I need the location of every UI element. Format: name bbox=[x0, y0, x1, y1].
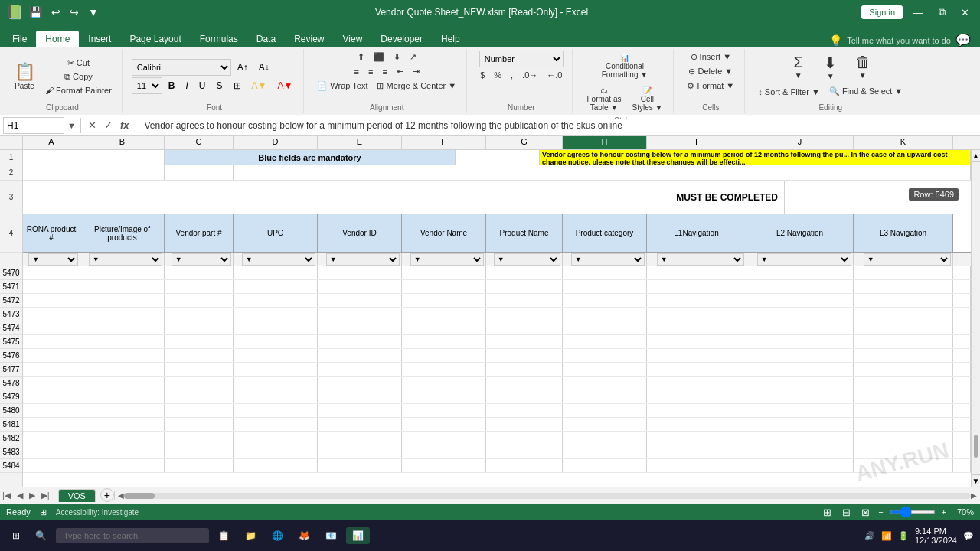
grid-cell[interactable] bbox=[234, 445, 318, 458]
header-l1nav[interactable]: L1Navigation bbox=[647, 214, 746, 252]
grid-cell[interactable] bbox=[854, 266, 953, 279]
grid-cell[interactable] bbox=[23, 266, 80, 279]
borders-button[interactable]: ⊞ bbox=[229, 78, 246, 93]
grid-cell[interactable] bbox=[234, 280, 318, 293]
currency-button[interactable]: $ bbox=[476, 69, 488, 81]
last-sheet-button[interactable]: ▶| bbox=[39, 490, 52, 501]
filter-dropdown-k[interactable]: ▼ bbox=[864, 253, 951, 266]
header-vendor-part[interactable]: Vendor part # bbox=[165, 214, 234, 252]
grid-cell[interactable] bbox=[165, 321, 234, 334]
grid-cell[interactable] bbox=[23, 459, 80, 472]
font-color-button[interactable]: A▼ bbox=[273, 78, 297, 93]
grid-cell[interactable] bbox=[80, 377, 165, 390]
page-break-button[interactable]: ⊠ bbox=[859, 506, 872, 519]
grid-cell[interactable] bbox=[486, 363, 563, 376]
grid-cell[interactable] bbox=[234, 308, 318, 321]
grid-cell[interactable] bbox=[746, 390, 854, 403]
col-header-c[interactable]: C bbox=[165, 136, 234, 149]
grid-cell[interactable] bbox=[234, 390, 318, 403]
cell-b2[interactable] bbox=[80, 165, 165, 180]
grid-cell[interactable] bbox=[23, 445, 80, 458]
grid-cell[interactable] bbox=[854, 432, 953, 445]
tab-data[interactable]: Data bbox=[247, 31, 285, 47]
grid-cell[interactable] bbox=[80, 445, 165, 458]
cancel-formula-button[interactable]: ✕ bbox=[86, 119, 99, 132]
grid-cell[interactable] bbox=[647, 308, 746, 321]
grid-cell[interactable] bbox=[746, 349, 854, 362]
grid-cell[interactable] bbox=[402, 445, 486, 458]
grid-cell[interactable] bbox=[402, 377, 486, 390]
grid-cell[interactable] bbox=[318, 418, 402, 431]
grid-cell[interactable] bbox=[746, 335, 854, 348]
insert-function-button[interactable]: fx bbox=[118, 119, 132, 132]
grid-cell[interactable] bbox=[486, 377, 563, 390]
header-product-name[interactable]: Product Name bbox=[486, 214, 563, 252]
col-header-i[interactable]: I bbox=[647, 136, 746, 149]
grid-cell[interactable] bbox=[23, 294, 80, 307]
grid-cell[interactable] bbox=[234, 363, 318, 376]
grid-cell[interactable] bbox=[647, 321, 746, 334]
minimize-button[interactable]: — bbox=[909, 5, 928, 20]
grid-cell[interactable] bbox=[165, 445, 234, 458]
grid-cell[interactable] bbox=[23, 308, 80, 321]
next-sheet-button[interactable]: ▶ bbox=[27, 490, 38, 501]
vertical-scrollbar[interactable]: ▲ ▼ bbox=[971, 150, 980, 487]
filter-dropdown-f[interactable]: ▼ bbox=[410, 253, 484, 266]
filter-h[interactable]: ▼ bbox=[563, 253, 647, 266]
comma-button[interactable]: , bbox=[507, 69, 517, 81]
delete-button[interactable]: ⊖ Delete ▼ bbox=[684, 65, 737, 78]
horizontal-scrollbar[interactable]: ◀ ▶ bbox=[114, 491, 980, 500]
grid-cell[interactable] bbox=[80, 390, 165, 403]
grid-cell[interactable] bbox=[746, 308, 854, 321]
grid-cell[interactable] bbox=[647, 459, 746, 472]
decrease-font-button[interactable]: A↓ bbox=[254, 60, 274, 75]
col-header-d[interactable]: D bbox=[234, 136, 318, 149]
grid-cell[interactable] bbox=[486, 280, 563, 293]
grid-cell[interactable] bbox=[746, 280, 854, 293]
grid-cell[interactable] bbox=[165, 418, 234, 431]
grid-cell[interactable] bbox=[23, 390, 80, 403]
name-box[interactable]: H1 bbox=[3, 117, 64, 134]
grid-cell[interactable] bbox=[80, 294, 165, 307]
filter-dropdown-h[interactable]: ▼ bbox=[571, 253, 645, 266]
increase-decimal-button[interactable]: .0→ bbox=[518, 69, 541, 81]
filter-b[interactable]: ▼ bbox=[80, 253, 165, 266]
cell-a1[interactable] bbox=[23, 150, 80, 165]
grid-cell[interactable] bbox=[402, 363, 486, 376]
grid-cell[interactable] bbox=[80, 308, 165, 321]
taskbar-search[interactable] bbox=[56, 528, 209, 543]
cell-g1[interactable] bbox=[456, 150, 540, 165]
filter-dropdown-e[interactable]: ▼ bbox=[326, 253, 400, 266]
formula-input[interactable]: Vendor agrees to honour costing below fo… bbox=[141, 119, 977, 132]
grid-cell[interactable] bbox=[563, 459, 647, 472]
header-upc[interactable]: UPC bbox=[234, 214, 318, 252]
decrease-decimal-button[interactable]: ←.0 bbox=[543, 69, 566, 81]
grid-cell[interactable] bbox=[854, 445, 953, 458]
scroll-left-button[interactable]: ◀ bbox=[118, 491, 124, 500]
align-center-button[interactable]: ≡ bbox=[364, 66, 377, 78]
grid-cell[interactable] bbox=[647, 404, 746, 417]
tab-insert[interactable]: Insert bbox=[79, 31, 120, 47]
format-as-table-button[interactable]: 🗂 Format as Table ▼ bbox=[582, 83, 626, 115]
grid-cell[interactable] bbox=[234, 349, 318, 362]
tab-review[interactable]: Review bbox=[285, 31, 333, 47]
grid-cell[interactable] bbox=[165, 404, 234, 417]
mail-button[interactable]: 📧 bbox=[319, 527, 343, 544]
filter-dropdown-j[interactable]: ▼ bbox=[757, 253, 851, 266]
grid-cell[interactable] bbox=[165, 335, 234, 348]
filter-dropdown-c[interactable]: ▼ bbox=[172, 253, 231, 266]
undo-quick-btn[interactable]: ↩ bbox=[48, 5, 64, 20]
copy-button[interactable]: ⧉ Copy bbox=[41, 70, 116, 83]
grid-cell[interactable] bbox=[318, 432, 402, 445]
grid-cell[interactable] bbox=[318, 335, 402, 348]
zoom-slider[interactable] bbox=[890, 510, 936, 514]
grid-cell[interactable] bbox=[318, 266, 402, 279]
prev-sheet-button[interactable]: ◀ bbox=[15, 490, 25, 501]
grid-cell[interactable] bbox=[563, 363, 647, 376]
edge-button[interactable]: 🌐 bbox=[266, 527, 289, 544]
paste-button[interactable]: 📋 Paste bbox=[9, 59, 40, 93]
format-button[interactable]: ⚙ Format ▼ bbox=[683, 80, 738, 93]
tab-home[interactable]: Home bbox=[36, 31, 79, 47]
grid-cell[interactable] bbox=[80, 404, 165, 417]
grid-cell[interactable] bbox=[563, 308, 647, 321]
